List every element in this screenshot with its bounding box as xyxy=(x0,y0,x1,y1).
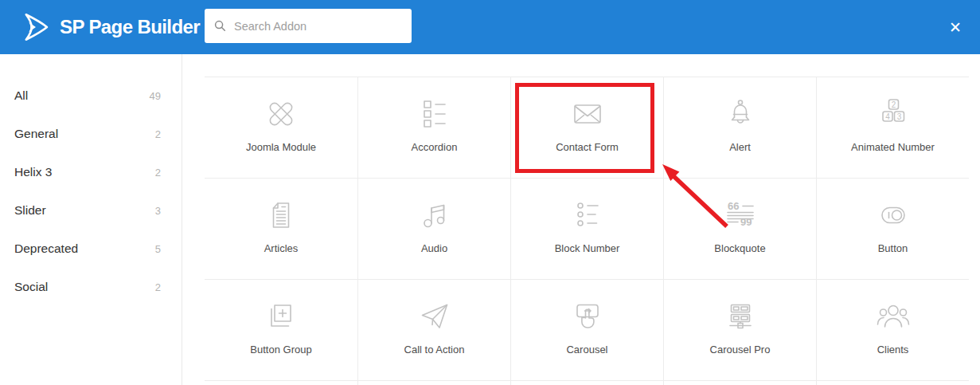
music-notes-icon xyxy=(416,196,454,234)
grid-partial-cell xyxy=(357,380,510,385)
toggle-button-icon xyxy=(874,196,912,234)
bell-icon xyxy=(721,95,759,133)
svg-text:4: 4 xyxy=(885,112,890,121)
bullet-list-icon xyxy=(568,196,607,234)
sidebar-item-general[interactable]: General 2 xyxy=(14,115,161,153)
swipe-hand-icon xyxy=(568,297,607,336)
category-label: All xyxy=(14,88,28,103)
addon-label: Contact Form xyxy=(556,141,619,153)
addon-card-alert[interactable]: Alert xyxy=(663,77,816,178)
addon-label: Carousel Pro xyxy=(710,344,771,356)
addon-label: Audio xyxy=(421,242,447,254)
number-blocks-icon: 2 4 3 xyxy=(874,95,912,133)
search-box xyxy=(205,9,412,43)
people-group-icon xyxy=(874,297,912,336)
category-count: 2 xyxy=(155,167,161,179)
search-input[interactable] xyxy=(232,19,402,33)
app-title: SP Page Builder xyxy=(60,16,200,38)
addon-card-articles[interactable]: Articles xyxy=(205,178,357,279)
category-count: 3 xyxy=(155,205,161,217)
category-label: Social xyxy=(14,280,48,294)
sp-page-builder-logo-icon xyxy=(19,10,53,44)
category-sidebar: All 49 General 2 Helix 3 2 Slider 3 Depr… xyxy=(0,54,182,385)
addon-label: Button Group xyxy=(250,344,311,356)
addon-label: Joomla Module xyxy=(246,141,316,153)
plus-square-icon xyxy=(262,297,300,336)
addon-label: Call to Action xyxy=(404,344,465,356)
search-icon xyxy=(214,20,226,32)
paper-plane-icon xyxy=(416,297,454,336)
slider-panels-icon xyxy=(721,297,759,336)
grid-partial-cell xyxy=(816,380,969,385)
addon-card-clients[interactable]: Clients xyxy=(816,279,969,380)
addon-card-carousel-pro[interactable]: Carousel Pro xyxy=(663,279,816,380)
grid-partial-cell xyxy=(510,380,663,385)
addon-grid: Joomla Module Accordion Contact Form xyxy=(205,77,969,385)
addon-card-audio[interactable]: Audio xyxy=(357,178,510,279)
addon-card-animated-number[interactable]: 2 4 3 Animated Number xyxy=(816,77,969,178)
header-bar: SP Page Builder ✕ xyxy=(0,0,980,54)
quotes-icon: 66 99 xyxy=(721,196,759,234)
accordion-list-icon xyxy=(416,95,454,133)
addon-label: Blockquote xyxy=(714,242,765,254)
sidebar-item-all[interactable]: All 49 xyxy=(14,77,161,115)
addon-label: Accordion xyxy=(412,141,458,153)
document-icon xyxy=(262,196,300,234)
category-count: 5 xyxy=(155,243,161,255)
category-count: 2 xyxy=(155,281,161,293)
addon-label: Button xyxy=(878,242,908,254)
svg-text:3: 3 xyxy=(896,112,901,121)
svg-text:99: 99 xyxy=(740,216,752,228)
close-button[interactable]: ✕ xyxy=(939,0,972,54)
svg-text:66: 66 xyxy=(728,200,739,212)
envelope-icon xyxy=(568,95,607,133)
grid-partial-cell xyxy=(205,380,357,385)
category-label: Slider xyxy=(14,203,46,218)
addon-label: Alert xyxy=(729,141,751,153)
addon-card-carousel[interactable]: Carousel xyxy=(510,279,663,380)
addon-label: Articles xyxy=(264,242,299,254)
addon-card-contact-form[interactable]: Contact Form xyxy=(510,77,663,178)
addon-card-joomla-module[interactable]: Joomla Module xyxy=(205,77,357,178)
joomla-icon xyxy=(262,95,300,133)
addon-label: Animated Number xyxy=(851,141,935,153)
addon-card-accordion[interactable]: Accordion xyxy=(357,77,510,178)
category-count: 2 xyxy=(155,128,161,140)
sidebar-item-social[interactable]: Social 2 xyxy=(14,268,161,306)
logo: SP Page Builder xyxy=(19,10,200,44)
sidebar-item-helix-3[interactable]: Helix 3 2 xyxy=(14,153,161,191)
svg-text:2: 2 xyxy=(891,100,896,109)
addon-label: Clients xyxy=(877,344,909,356)
category-label: Deprecated xyxy=(14,242,78,256)
category-count: 49 xyxy=(150,90,161,102)
addon-card-block-number[interactable]: Block Number xyxy=(510,178,663,279)
addon-label: Block Number xyxy=(555,242,620,254)
grid-partial-cell xyxy=(663,380,816,385)
category-label: Helix 3 xyxy=(14,165,52,179)
category-label: General xyxy=(14,127,58,141)
addon-card-call-to-action[interactable]: Call to Action xyxy=(357,279,510,380)
sp-page-builder-addon-modal: SP Page Builder ✕ All 49 General 2 Helix… xyxy=(0,0,980,385)
addon-card-blockquote[interactable]: 66 99 Blockquote xyxy=(663,178,816,279)
sidebar-item-slider[interactable]: Slider 3 xyxy=(14,191,161,230)
addon-label: Carousel xyxy=(566,344,607,356)
addon-card-button[interactable]: Button xyxy=(816,178,969,279)
addon-card-button-group[interactable]: Button Group xyxy=(205,279,357,380)
sidebar-item-deprecated[interactable]: Deprecated 5 xyxy=(14,230,161,268)
